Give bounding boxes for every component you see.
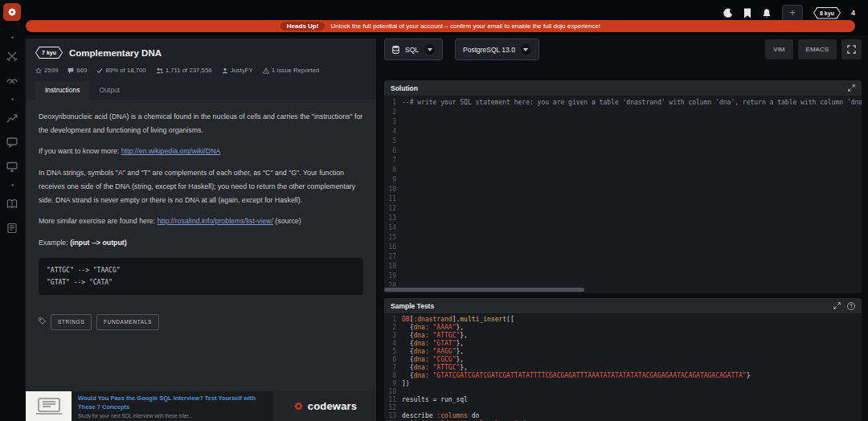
workspace-toolbar: SQL PostgreSQL 13.0 VIM EMACS	[384, 39, 862, 60]
expand-panel-icon[interactable]	[833, 302, 841, 309]
codewars-logo[interactable]	[3, 3, 21, 21]
fullscreen-icon	[847, 45, 856, 54]
line-number: 20	[384, 281, 402, 287]
kata-rank-badge: 7 kyu	[35, 47, 63, 59]
code-line: 4 {dna: "GTAT"},	[384, 340, 862, 348]
version-value: PostgreSQL 13.0	[463, 46, 515, 54]
desc-link[interactable]: http://rosalind.info/problems/list-view/	[158, 217, 273, 225]
allies-icon[interactable]	[6, 75, 18, 86]
line-number: 4	[384, 340, 402, 348]
line-number: 13	[384, 412, 402, 420]
line-number: 10	[384, 388, 402, 396]
code-line: 16	[384, 243, 862, 252]
expand-panel-icon[interactable]	[848, 84, 855, 92]
desc-text: Deoxyribonucleic acid (DNA) is a chemica…	[39, 112, 362, 134]
code-line: 9	[384, 175, 862, 185]
sidebar-dot	[11, 36, 14, 39]
line-number: 9	[384, 380, 402, 388]
docs-book-icon[interactable]	[6, 198, 18, 210]
code-line: 8	[384, 166, 862, 175]
language-value: SQL	[405, 46, 419, 54]
tab-instructions[interactable]: Instructions	[35, 81, 89, 100]
user-rank-badge[interactable]: 8 kyu	[813, 7, 841, 19]
desc-text: In DNA strings, symbols "A" and "T" are …	[39, 169, 355, 203]
line-number: 2	[384, 324, 402, 332]
code-line: 20	[384, 281, 862, 287]
line-number: 5	[384, 348, 402, 356]
line-number: 6	[384, 356, 402, 364]
desc-link[interactable]: http://en.wikipedia.org/wiki/DNA	[121, 147, 221, 155]
stat-user: JustyFY	[222, 67, 253, 74]
line-number: 1	[384, 316, 402, 324]
language-dropdown[interactable]: SQL	[384, 39, 443, 60]
dark-mode-moon-icon[interactable]	[723, 8, 733, 18]
desc-paragraphs: Deoxyribonucleic acid (DNA) is a chemica…	[39, 110, 363, 250]
train-swords-icon[interactable]	[6, 51, 18, 62]
code-line: 6 {dna: "CGCG"},	[384, 356, 862, 364]
gear-icon	[6, 6, 18, 18]
line-number: 13	[384, 214, 402, 223]
solution-editor[interactable]: 1--# write your SQL statement here: you …	[384, 96, 862, 287]
line-number: 9	[384, 175, 402, 185]
ad-brand[interactable]: codewars	[273, 391, 376, 421]
code-line: 2	[384, 108, 862, 117]
sponsor-ad[interactable]: Would You Pass the Google SQL Interview?…	[26, 391, 376, 421]
blog-icon[interactable]	[6, 223, 18, 234]
notifications-bell-icon[interactable]	[762, 8, 772, 18]
code-line: 6	[384, 146, 862, 156]
banner-highlight: Heads Up!	[280, 22, 326, 31]
sample-tests-editor[interactable]: 1DB[:dnastrand].multi_insert([2 {dna: "A…	[384, 313, 862, 421]
honor-count[interactable]: 4	[851, 9, 855, 17]
kata-tags: STRINGSFUNDAMENTALS	[39, 314, 363, 330]
new-kumite-button[interactable]: +	[782, 5, 803, 21]
kata-tabs: InstructionsOutput	[35, 81, 366, 100]
desc-text: (input --> output)	[70, 239, 127, 247]
email-confirm-banner[interactable]: Heads Up! Unlock the full potential of y…	[26, 20, 855, 32]
solution-panel: Solution 1--# write your SQL statement h…	[384, 80, 862, 293]
desc-text: (source)	[273, 217, 301, 225]
stat-warning: 1 Issue Reported	[263, 67, 319, 74]
tag-chip[interactable]: FUNDAMENTALS	[96, 314, 159, 330]
stat-star: 2599	[35, 67, 58, 74]
kata-rank-label: 7 kyu	[35, 47, 63, 59]
example-code-block: "ATTGC" --> "TAACG""GTAT" --> "CATA"	[39, 258, 363, 295]
code-line: 15	[384, 233, 862, 243]
solution-panel-header: Solution	[384, 80, 862, 96]
chevron-down-icon	[424, 44, 435, 55]
line-number: 11	[384, 194, 402, 204]
desc-text: Example:	[39, 239, 70, 247]
sidebar-dot	[11, 98, 14, 100]
desc-text: More similar exercise are found here:	[39, 217, 158, 225]
chevron-down-icon	[521, 44, 531, 55]
code-line: 9])	[384, 380, 862, 388]
vim-mode-button[interactable]: VIM	[765, 39, 792, 59]
line-number: 12	[384, 204, 402, 214]
code-line: 13	[384, 214, 862, 223]
line-number: 4	[384, 127, 402, 137]
code-line: 13describe :columns do	[384, 412, 862, 420]
code-line: 5 {dna: "AAGG"},	[384, 348, 862, 356]
line-number: 5	[384, 137, 402, 146]
discussions-icon[interactable]	[6, 137, 18, 148]
stat-check: 89% of 18,700	[96, 67, 145, 74]
tab-output[interactable]: Output	[89, 81, 129, 100]
sample-tests-header: Sample Tests ?	[384, 298, 862, 313]
tag-chip[interactable]: STRINGS	[51, 314, 92, 330]
kata-title: Complementary DNA	[69, 48, 162, 58]
plus-icon: +	[789, 8, 795, 18]
help-icon[interactable]: ?	[847, 302, 855, 310]
horizontal-scrollbar-thumb[interactable]	[384, 288, 584, 292]
fullscreen-button[interactable]	[841, 39, 862, 59]
ad-title[interactable]: Would You Pass the Google SQL Interview?…	[78, 394, 267, 411]
bookmark-icon[interactable]	[743, 8, 751, 18]
version-dropdown[interactable]: PostgreSQL 13.0	[455, 39, 539, 60]
emacs-mode-button[interactable]: EMACS	[798, 39, 837, 59]
ad-thumbnail[interactable]	[26, 391, 72, 421]
forum-icon[interactable]	[6, 161, 18, 172]
line-number: 7	[384, 364, 402, 372]
code-line: 4	[384, 127, 862, 137]
leaderboard-icon[interactable]	[6, 112, 18, 124]
solution-title: Solution	[391, 84, 418, 92]
code-line: 12	[384, 404, 862, 412]
line-number: 18	[384, 262, 402, 272]
